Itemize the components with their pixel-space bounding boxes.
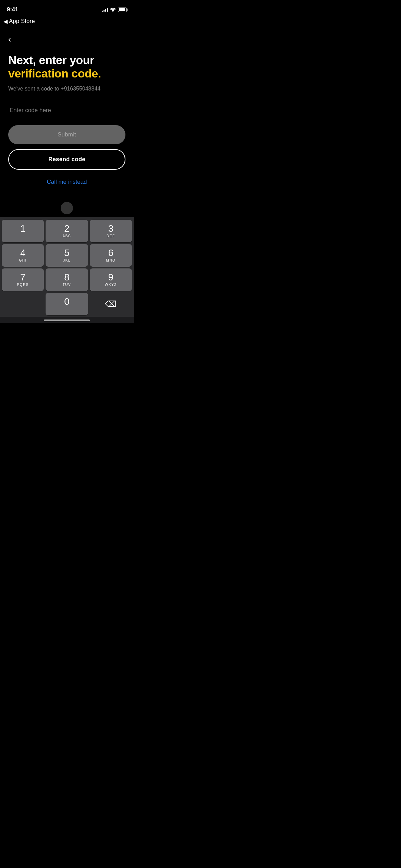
call-instead-button[interactable]: Call me instead [8,176,125,188]
heading-yellow-text: verification code. [8,67,101,80]
key-1[interactable]: 1 [2,220,44,242]
key-8-number: 8 [64,273,70,282]
key-5-number: 5 [64,248,70,258]
home-indicator-area [0,196,134,217]
key-9-letters: WXYZ [105,283,117,287]
heading-line2: verification code. [8,67,125,80]
code-input-container [8,103,125,118]
delete-icon: ⌫ [105,299,117,309]
key-empty [2,293,44,315]
code-input[interactable] [8,103,125,118]
key-8-letters: TUV [63,283,71,287]
submit-button[interactable]: Submit [8,125,125,144]
keyboard-row-1: 1 2 ABC 3 DEF [1,220,132,242]
signal-icon [102,8,108,12]
main-content: ‹ Next, enter your verification code. We… [0,27,134,196]
key-4-number: 4 [20,248,26,258]
key-9-number: 9 [108,273,114,282]
keyboard: 1 2 ABC 3 DEF 4 GHI 5 JKL 6 MNO 7 PQRS [0,217,134,317]
key-2[interactable]: 2 ABC [46,220,88,242]
svg-point-0 [112,11,113,12]
key-8[interactable]: 8 TUV [46,268,88,291]
app-store-label: App Store [9,18,35,25]
key-3[interactable]: 3 DEF [90,220,132,242]
status-bar: 9:41 [0,0,134,16]
battery-icon [118,8,127,12]
back-button[interactable]: ‹ [8,33,21,45]
key-4[interactable]: 4 GHI [2,244,44,267]
key-4-letters: GHI [19,258,27,263]
key-7[interactable]: 7 PQRS [2,268,44,291]
keyboard-row-4: 0 ⌫ [1,293,132,315]
key-0-number: 0 [64,297,70,306]
key-1-letters [22,234,24,239]
heading-line1: Next, enter your [8,53,125,67]
app-store-arrow-icon: ◀ [3,18,8,25]
key-0-letters [66,307,68,312]
key-9[interactable]: 9 WXYZ [90,268,132,291]
key-1-number: 1 [20,224,26,233]
subtitle-text: We've sent a code to +916355048844 [8,86,125,92]
key-5-letters: JKL [63,258,71,263]
wifi-icon [110,8,116,12]
status-time: 9:41 [7,6,18,13]
key-3-number: 3 [108,224,114,233]
keyboard-row-3: 7 PQRS 8 TUV 9 WXYZ [1,268,132,291]
key-6[interactable]: 6 MNO [90,244,132,267]
app-store-back[interactable]: ◀ App Store [0,16,134,27]
key-2-number: 2 [64,224,70,233]
key-7-letters: PQRS [17,283,29,287]
resend-button[interactable]: Resend code [8,149,125,170]
key-3-letters: DEF [107,234,115,239]
key-2-letters: ABC [62,234,71,239]
key-delete[interactable]: ⌫ [90,293,132,315]
key-0[interactable]: 0 [46,293,88,315]
heading-white-text: Next, enter your [8,53,94,67]
keyboard-row-2: 4 GHI 5 JKL 6 MNO [1,244,132,267]
key-6-number: 6 [108,248,114,258]
home-indicator-bar [0,317,134,323]
status-icons [102,8,127,12]
heading-container: Next, enter your verification code. [8,53,125,80]
key-7-number: 7 [20,273,26,282]
back-chevron-icon: ‹ [8,35,11,44]
home-bar [44,320,90,321]
key-6-letters: MNO [106,258,116,263]
key-5[interactable]: 5 JKL [46,244,88,267]
home-dot [61,202,73,214]
